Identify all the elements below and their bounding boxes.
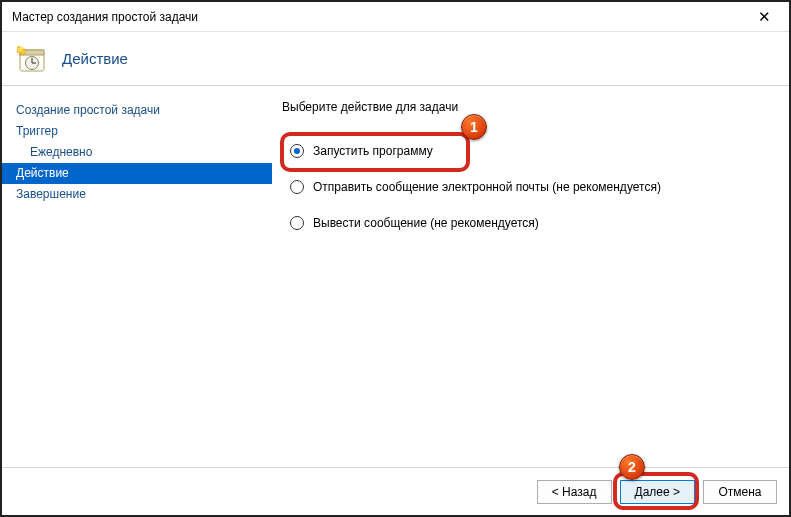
nav-trigger[interactable]: Триггер — [2, 121, 272, 142]
radio-icon — [290, 180, 304, 194]
nav-finish[interactable]: Завершение — [2, 184, 272, 205]
wizard-window: Мастер создания простой задачи ✕ Действи… — [0, 0, 791, 517]
nav-action[interactable]: Действие — [2, 163, 272, 184]
radio-start-program[interactable]: Запустить программу — [282, 140, 789, 162]
action-radio-group: Запустить программу Отправить сообщение … — [282, 140, 789, 234]
back-button[interactable]: < Назад — [537, 480, 612, 504]
page-title: Действие — [62, 50, 128, 67]
radio-label: Вывести сообщение (не рекомендуется) — [313, 216, 539, 230]
wizard-content: Выберите действие для задачи Запустить п… — [272, 86, 789, 467]
radio-icon — [290, 216, 304, 230]
radio-label: Отправить сообщение электронной почты (н… — [313, 180, 661, 194]
wizard-body: Создание простой задачи Триггер Ежедневн… — [2, 86, 789, 467]
content-heading: Выберите действие для задачи — [282, 100, 789, 114]
window-title: Мастер создания простой задачи — [12, 10, 198, 24]
wizard-footer: < Назад Далее > Отмена 2 — [2, 467, 789, 515]
annotation-badge-1: 1 — [461, 114, 487, 140]
cancel-button[interactable]: Отмена — [703, 480, 777, 504]
next-button[interactable]: Далее > — [620, 480, 696, 504]
radio-send-email[interactable]: Отправить сообщение электронной почты (н… — [282, 176, 789, 198]
scheduler-icon — [16, 43, 48, 75]
radio-display-message[interactable]: Вывести сообщение (не рекомендуется) — [282, 212, 789, 234]
radio-icon — [290, 144, 304, 158]
titlebar: Мастер создания простой задачи ✕ — [2, 2, 789, 32]
wizard-header: Действие — [2, 32, 789, 86]
nav-daily[interactable]: Ежедневно — [2, 142, 272, 163]
nav-create-task[interactable]: Создание простой задачи — [2, 100, 272, 121]
wizard-nav: Создание простой задачи Триггер Ежедневн… — [2, 86, 272, 467]
radio-label: Запустить программу — [313, 144, 433, 158]
close-icon[interactable]: ✕ — [748, 6, 781, 28]
